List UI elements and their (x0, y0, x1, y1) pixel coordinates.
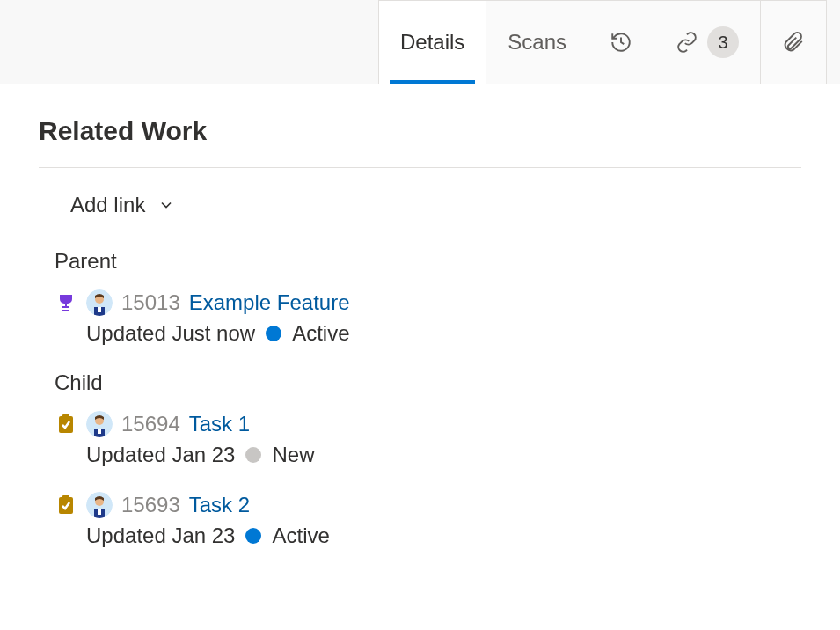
tab-attachments[interactable] (760, 0, 827, 84)
work-item-title[interactable]: Task 1 (189, 412, 250, 436)
work-item-title[interactable]: Task 2 (189, 493, 250, 517)
work-item-status: New (272, 443, 314, 467)
work-item-updated: Updated Just now (86, 321, 255, 346)
history-icon (610, 31, 632, 54)
work-item-id: 15693 (121, 493, 180, 517)
task-icon (55, 494, 77, 516)
tab-details-label: Details (400, 30, 464, 55)
work-item: 15694 Task 1 Updated Jan 23 New (55, 411, 801, 467)
tab-bar: Details Scans 3 (0, 0, 840, 84)
chevron-down-icon (157, 196, 175, 214)
svg-rect-15 (98, 509, 101, 515)
links-count-badge: 3 (707, 26, 739, 58)
link-icon (676, 31, 698, 54)
related-work-section: Related Work Add link Parent (0, 84, 840, 604)
work-item: 15693 Task 2 Updated Jan 23 Active (55, 492, 801, 548)
tab-links[interactable]: 3 (654, 0, 761, 84)
attachment-icon (782, 31, 805, 54)
svg-rect-11 (62, 495, 69, 499)
work-item-id: 15013 (121, 290, 180, 315)
svg-rect-5 (62, 414, 69, 418)
avatar (86, 492, 113, 518)
work-item-id: 15694 (121, 412, 180, 436)
svg-rect-9 (98, 429, 101, 434)
section-divider (39, 167, 801, 168)
status-dot-icon (245, 447, 261, 463)
svg-rect-3 (98, 307, 101, 312)
feature-icon (55, 291, 77, 314)
tab-scans-label: Scans (508, 30, 566, 55)
tab-details[interactable]: Details (378, 0, 486, 84)
tab-scans[interactable]: Scans (486, 0, 588, 84)
task-icon (55, 413, 77, 436)
work-item-status: Active (272, 524, 329, 548)
work-item-updated: Updated Jan 23 (86, 524, 235, 548)
group-parent-label: Parent (55, 249, 801, 274)
work-item-updated: Updated Jan 23 (86, 443, 235, 467)
add-link-label: Add link (70, 193, 145, 217)
avatar (86, 289, 113, 316)
tab-history[interactable] (588, 0, 654, 84)
work-item: 15013 Example Feature Updated Just now A… (55, 289, 801, 346)
work-item-status: Active (292, 321, 349, 346)
add-link-button[interactable]: Add link (70, 193, 175, 217)
group-child-label: Child (55, 370, 801, 395)
section-title: Related Work (39, 116, 801, 146)
avatar (86, 411, 113, 437)
work-item-title[interactable]: Example Feature (189, 290, 350, 315)
status-dot-icon (245, 528, 261, 544)
status-dot-icon (266, 326, 281, 341)
